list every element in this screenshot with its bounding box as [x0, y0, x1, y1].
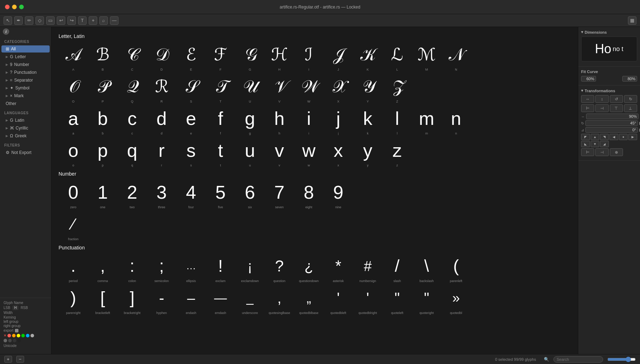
glyph-cell-bracketleft[interactable]: [bracketleft — [88, 284, 117, 316]
glyph-cell-numbersign[interactable]: #numbersign — [353, 252, 382, 284]
glyph-cell-seven[interactable]: 7seven — [265, 178, 294, 210]
glyph-cell-F[interactable]: ℱF — [206, 40, 235, 72]
glyph-cell-i[interactable]: ii — [294, 104, 324, 136]
zoom-tool[interactable]: ⌕ — [99, 16, 108, 25]
glyph-cell-e[interactable]: ee — [176, 104, 206, 136]
pen-add-tool[interactable]: ✒ — [14, 16, 23, 25]
pen-remove-tool[interactable]: ✏ — [25, 16, 33, 25]
glyph-cell-C[interactable]: 𝒞C — [117, 40, 147, 72]
align-br[interactable]: ◢ — [600, 141, 609, 147]
glyph-cell-six[interactable]: 6six — [235, 178, 265, 210]
glyph-cell-n[interactable]: nn — [441, 104, 471, 136]
glyph-cell-S[interactable]: 𝒮S — [176, 72, 206, 104]
glyph-cell-t[interactable]: tt — [206, 136, 235, 168]
glyph-cell-Q[interactable]: 𝒬Q — [117, 72, 147, 104]
glyph-cell-four[interactable]: 4four — [176, 178, 206, 210]
rotate-input[interactable] — [585, 120, 638, 126]
glyph-cell-underscore[interactable]: _underscore — [235, 284, 265, 316]
glyph-cell-E[interactable]: ℰE — [176, 40, 206, 72]
glyph-cell-v[interactable]: vv — [265, 136, 294, 168]
transform-mirror-h[interactable]: ⊢ — [581, 148, 594, 156]
dimensions-title[interactable]: ▾ Dimensions — [581, 30, 637, 34]
sidebar-item-mark[interactable]: ▶ × Mark — [1, 92, 50, 99]
sidebar-item-symbol[interactable]: ▶ ✦ Symbol — [1, 84, 50, 92]
sidebar-item-letter[interactable]: ▶ G Letter — [1, 53, 50, 60]
fit-curve-input1[interactable] — [581, 76, 596, 82]
glyph-cell-A[interactable]: 𝒜A — [59, 40, 88, 72]
transform-align-right[interactable]: ⊤ — [610, 104, 623, 112]
sidebar-item-separator[interactable]: ▶ ⌗ Separator — [1, 77, 50, 84]
transform-flipv[interactable]: ↕ — [595, 95, 608, 103]
glyph-cell-backslash[interactable]: \backslash — [412, 252, 441, 284]
glyph-cell-hyphen[interactable]: -hyphen — [147, 284, 176, 316]
glyph-cell-I[interactable]: ℐI — [294, 40, 324, 72]
glyph-cell-parenleft[interactable]: (parenleft — [441, 252, 471, 284]
sidebar-item-greek[interactable]: ▶ Ω Greek — [1, 132, 50, 139]
align-mr[interactable]: ▶ — [628, 134, 637, 140]
redo-button[interactable]: ↪ — [67, 16, 76, 25]
transform-fliph[interactable]: ↔ — [581, 95, 594, 103]
align-bc[interactable]: ▼ — [591, 141, 600, 147]
zoom-slider[interactable] — [607, 357, 636, 362]
transformations-title[interactable]: ▾ Transformations — [581, 88, 637, 93]
fit-curve-input2[interactable] — [622, 76, 637, 82]
glyph-cell-N[interactable]: 𝒩N — [441, 40, 471, 72]
glyph-cell-exclam[interactable]: !exclam — [206, 252, 235, 284]
transform-align-center-h[interactable]: ⊣ — [595, 104, 608, 112]
align-tl[interactable]: ◤ — [581, 134, 590, 140]
glyph-cell-quoteright[interactable]: "quoteright — [412, 284, 441, 316]
sidebar-item-cyrillic[interactable]: ▶ Ж Cyrillic — [1, 125, 50, 132]
transform-mirror-v[interactable]: ⊣ — [595, 148, 608, 156]
glyph-cell-J[interactable]: 𝒥J — [324, 40, 353, 72]
sidebar-item-all[interactable]: ⊞ All — [1, 45, 50, 53]
align-tc[interactable]: ▲ — [591, 134, 600, 140]
panel-toggle[interactable]: ▦ — [628, 16, 636, 25]
sidebar-item-other[interactable]: Other — [1, 100, 50, 107]
glyph-cell-T[interactable]: 𝒯T — [206, 72, 235, 104]
slant-input[interactable] — [585, 127, 638, 133]
window-controls[interactable] — [5, 5, 24, 9]
glyph-cell-g[interactable]: gg — [235, 104, 265, 136]
glyph-cell-colon[interactable]: :colon — [117, 252, 147, 284]
glyph-cell-U[interactable]: 𝒰U — [235, 72, 265, 104]
glyph-cell-nine[interactable]: 9nine — [324, 178, 353, 210]
glyph-cell-question[interactable]: ?question — [265, 252, 294, 284]
glyph-cell-W[interactable]: 𝒲W — [294, 72, 324, 104]
glyph-cell-p[interactable]: pp — [88, 136, 117, 168]
remove-glyph-button[interactable]: − — [16, 356, 24, 363]
hand-tool[interactable]: — — [110, 16, 118, 25]
sidebar-item-number[interactable]: ▶ 9 Number — [1, 61, 50, 68]
glyph-cell-slash[interactable]: /slash — [382, 252, 412, 284]
glyph-cell-five[interactable]: 5five — [206, 178, 235, 210]
glyph-cell-c[interactable]: cc — [117, 104, 147, 136]
glyph-cell-O[interactable]: 𝒪O — [59, 72, 88, 104]
measure-tool[interactable]: ⌖ — [89, 16, 97, 25]
glyph-cell-ellipsis[interactable]: …ellipsis — [176, 252, 206, 284]
glyph-cell-o[interactable]: oo — [59, 136, 88, 168]
transform-align-left[interactable]: ⊢ — [581, 104, 594, 112]
glyph-cell-bracketright[interactable]: ]bracketright — [117, 284, 147, 316]
glyph-cell-emdash[interactable]: —emdash — [206, 284, 235, 316]
glyph-cell-X[interactable]: 𝒳X — [324, 72, 353, 104]
anchor-tool[interactable]: ◇ — [35, 16, 44, 25]
add-glyph-button[interactable]: + — [4, 356, 12, 363]
glyph-cell-eight[interactable]: 8eight — [294, 178, 324, 210]
glyph-cell-questiondown[interactable]: ¿questiondown — [294, 252, 324, 284]
glyph-cell-M[interactable]: ℳM — [412, 40, 441, 72]
glyph-cell-y[interactable]: yy — [353, 136, 382, 168]
glyph-cell-quoteleft[interactable]: "quoteleft — [382, 284, 412, 316]
glyph-cell-V[interactable]: 𝒱V — [265, 72, 294, 104]
glyph-cell-semicolon[interactable]: ;semicolon — [147, 252, 176, 284]
rectangle-tool[interactable]: ▭ — [46, 16, 55, 25]
glyph-cell-m[interactable]: mm — [412, 104, 441, 136]
glyph-cell-D[interactable]: 𝒟D — [147, 40, 176, 72]
glyph-cell-w[interactable]: ww — [294, 136, 324, 168]
glyph-cell-f[interactable]: ff — [206, 104, 235, 136]
glyph-cell-L[interactable]: ℒL — [382, 40, 412, 72]
glyph-cell-endash[interactable]: –endash — [176, 284, 206, 316]
glyph-cell-quotedblbase[interactable]: „quotedblbase — [294, 284, 324, 316]
glyph-cell-G[interactable]: 𝒢G — [235, 40, 265, 72]
sidebar-item-not-export[interactable]: ⚙ Not Export — [1, 149, 50, 156]
glyph-cell-s[interactable]: ss — [176, 136, 206, 168]
transform-rotate-right[interactable]: ↻ — [624, 95, 637, 103]
